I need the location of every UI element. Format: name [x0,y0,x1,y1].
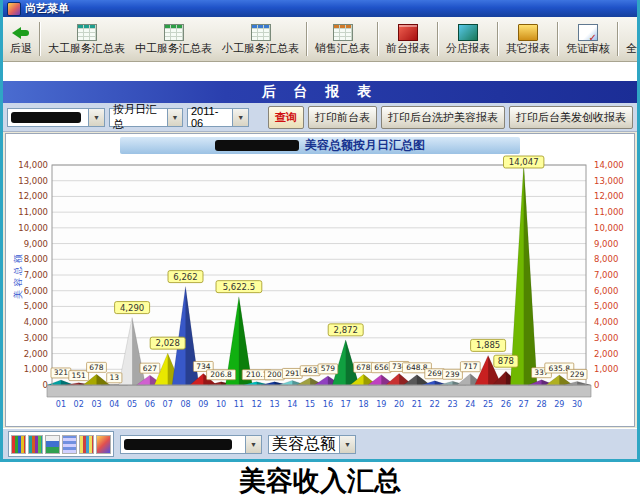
report-type-select[interactable]: ▼ [120,435,262,454]
toolbar-button-front-desk-report[interactable]: 前台报表 [381,18,435,60]
svg-text:10,000: 10,000 [594,223,624,233]
svg-text:05: 05 [127,400,137,409]
chart-thumb-icon[interactable] [79,435,94,454]
svg-text:15: 15 [305,400,315,409]
toolbar-separator [557,22,559,56]
svg-text:678: 678 [89,363,104,372]
chart-thumb-icon[interactable] [62,435,77,454]
toolbar-button-label: 大工服务汇总表 [48,42,125,55]
chevron-down-icon: ▼ [167,109,182,126]
toolbar-button-other-reports[interactable]: 其它报表 [501,18,555,60]
print-backend-hair-button[interactable]: 打印后台美发创收报表 [509,106,633,129]
toolbar-separator [497,22,499,56]
month-select[interactable]: 2011-06 ▼ [187,108,249,127]
svg-text:5,000: 5,000 [594,301,618,311]
svg-text:8,000: 8,000 [594,254,618,264]
toolbar-button-back[interactable]: 后退 [5,18,37,60]
svg-text:5,622.5: 5,622.5 [223,282,255,292]
print-front-desk-button[interactable]: 打印前台表 [308,106,377,129]
sales-report-icon [333,24,353,41]
svg-text:6,000: 6,000 [24,286,48,296]
svg-text:1,000: 1,000 [24,364,48,374]
chevron-down-icon: ▼ [232,109,248,126]
chevron-down-icon: ▼ [339,436,355,453]
series-value: 美容总额 [272,434,336,455]
svg-text:2,028: 2,028 [156,338,180,348]
toolbar-button-junior-service-summary[interactable]: 小工服务汇总表 [217,18,304,60]
svg-text:18: 18 [358,400,368,409]
print-backend-beauty-label: 打印后台洗护美容报表 [388,110,498,125]
svg-text:5,000: 5,000 [24,301,48,311]
title-bar[interactable]: 尚艺菜单 [3,0,637,17]
svg-text:656: 656 [374,363,389,372]
series-select[interactable]: 美容总额 ▼ [268,435,356,454]
chart-thumb-icon[interactable] [11,435,26,454]
svg-text:4,000: 4,000 [594,317,618,327]
svg-text:6,262: 6,262 [173,272,197,282]
svg-text:19: 19 [376,400,386,409]
toolbar-button-sales-summary[interactable]: 销售汇总表 [310,18,375,60]
svg-text:26: 26 [501,400,511,409]
svg-text:13,000: 13,000 [18,176,48,186]
svg-text:28: 28 [536,400,546,409]
svg-text:22: 22 [430,400,440,409]
chart-title: 美容总额按月日汇总图 [305,137,425,154]
page-caption: 美容收入汇总 [0,462,640,500]
report-table-icon [251,24,271,41]
svg-text:11: 11 [234,400,244,409]
svg-text:7,000: 7,000 [24,270,48,280]
filter-bar: ▼ 按月日汇总 ▼ 2011-06 ▼ 查询 打印前台表 打印后台洗护美容报表 … [3,103,637,132]
beauty-daily-summary-chart: 001,0001,0002,0002,0003,0003,0004,0004,0… [10,155,630,411]
print-front-desk-label: 打印前台表 [315,110,370,125]
toolbar-separator [306,22,308,56]
chart-thumb-icon[interactable] [96,435,111,454]
svg-text:0: 0 [594,380,599,390]
toolbar-button-label: 凭证审核 [566,42,610,55]
toolbar-button-mid-service-summary[interactable]: 中工服务汇总表 [130,18,217,60]
svg-text:2,872: 2,872 [334,325,358,335]
svg-text:14: 14 [287,400,297,409]
svg-text:17: 17 [341,400,351,409]
svg-text:13: 13 [269,400,279,409]
svg-text:14,047: 14,047 [509,157,539,167]
toolbar-button-close-all[interactable]: 全部关闭 [621,18,637,60]
chevron-down-icon: ▼ [88,109,104,126]
toolbar-button-senior-service-summary[interactable]: 大工服务汇总表 [43,18,130,60]
chart-title-row: 美容总额按月日汇总图 [120,137,520,154]
svg-text:03: 03 [91,400,101,409]
other-report-icon [518,24,538,41]
svg-text:3,000: 3,000 [24,333,48,343]
svg-text:4,000: 4,000 [24,317,48,327]
svg-text:14,000: 14,000 [18,160,48,170]
toolbar-button-voucher-audit[interactable]: 凭证审核 [561,18,615,60]
svg-text:9,000: 9,000 [594,239,618,249]
svg-text:25: 25 [483,400,493,409]
svg-text:23: 23 [447,400,457,409]
svg-text:2,000: 2,000 [24,349,48,359]
store-select[interactable]: ▼ [7,108,105,127]
toolbar-button-label: 全部关闭 [626,42,637,55]
svg-text:269: 269 [428,369,443,378]
chart-thumb-icon[interactable] [28,435,43,454]
svg-text:3,000: 3,000 [594,333,618,343]
svg-text:13: 13 [110,373,120,382]
summary-mode-select[interactable]: 按月日汇总 ▼ [109,108,183,127]
svg-text:30: 30 [572,400,582,409]
chart-thumb-icon[interactable] [45,435,60,454]
toolbar-button-label: 前台报表 [386,42,430,55]
query-button[interactable]: 查询 [268,106,304,129]
toolbar-button-branch-report[interactable]: 分店报表 [441,18,495,60]
print-backend-beauty-button[interactable]: 打印后台洗护美容报表 [381,106,505,129]
svg-text:291: 291 [285,369,300,378]
svg-text:2,000: 2,000 [594,349,618,359]
svg-text:200: 200 [267,370,282,379]
svg-text:4,290: 4,290 [120,303,144,313]
branch-report-icon [458,24,478,41]
svg-text:07: 07 [163,400,173,409]
voucher-audit-icon [578,24,598,41]
svg-text:239: 239 [445,370,460,379]
client-area-gap [3,62,637,81]
query-button-label: 查询 [275,110,297,125]
front-desk-report-icon [398,24,418,41]
month-value: 2011-06 [191,105,229,129]
